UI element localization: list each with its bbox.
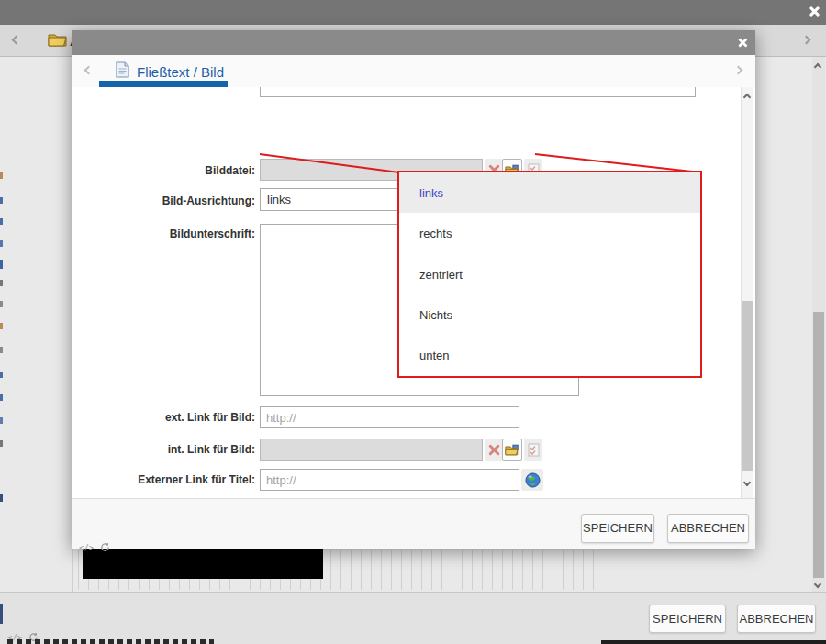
checklist-icon: [524, 439, 542, 461]
externer-link-titel-input[interactable]: [260, 469, 519, 491]
bildunterschrift-label: Bildunterschrift:: [72, 228, 255, 240]
modal-scrollbar-thumb[interactable]: [742, 301, 753, 471]
modal-footer: SPEICHERN ABBRECHEN </>: [72, 498, 755, 549]
remove-x-icon[interactable]: [485, 439, 503, 461]
chevron-up-icon[interactable]: [743, 94, 751, 101]
cancel-button[interactable]: ABBRECHEN: [667, 514, 749, 543]
bild-ausrichtung-label: Bild-Ausrichtung:: [72, 194, 255, 207]
option-zentriert[interactable]: zentriert: [399, 254, 700, 294]
screen: A SPEICHERN ABBRECHEN </>: [0, 0, 826, 644]
modal-scrollbar[interactable]: [741, 87, 753, 498]
active-tab-underline: [99, 81, 228, 87]
ext-link-bild-label: ext. Link für Bild:: [72, 411, 255, 424]
chevron-left-icon[interactable]: [84, 66, 94, 75]
outer-dialog-footer: SPEICHERN ABBRECHEN </>: [0, 592, 826, 644]
outer-scrollbar[interactable]: [812, 57, 825, 592]
int-link-bild-label: int. Link für Bild:: [72, 443, 255, 456]
bilddatei-label: Bilddatei:: [72, 164, 255, 177]
redacted-block: [83, 548, 323, 579]
save-button[interactable]: SPEICHERN: [649, 605, 726, 633]
open-folder-icon[interactable]: [502, 439, 522, 461]
page-icon: [116, 61, 129, 82]
close-icon[interactable]: [737, 38, 748, 49]
cancel-button[interactable]: ABBRECHEN: [737, 605, 816, 633]
dropdown-options-callout: links rechts zentriert Nichts unten: [397, 171, 702, 378]
tab-label: Fließtext / Bild: [137, 64, 224, 80]
tab-fliesstext-bild[interactable]: Fließtext / Bild: [116, 61, 224, 82]
option-rechts[interactable]: rechts: [399, 213, 700, 253]
externer-link-titel-label: Externer Link für Titel:: [72, 473, 255, 486]
bild-ausrichtung-value: links: [267, 193, 291, 206]
close-icon[interactable]: [808, 6, 820, 17]
chevron-left-icon[interactable]: [12, 36, 21, 45]
clipped-text-fragment: [7, 639, 214, 644]
folder-icon: [48, 32, 67, 51]
chevron-right-icon[interactable]: [802, 36, 811, 45]
outer-dialog-titlebar: [0, 0, 826, 25]
modal-titlebar: [72, 30, 755, 55]
globe-icon[interactable]: [521, 469, 543, 491]
save-button[interactable]: SPEICHERN: [581, 514, 654, 543]
int-link-bild-field: [260, 439, 483, 461]
ext-link-bild-input[interactable]: [260, 406, 519, 428]
code-icon[interactable]: </>: [79, 543, 94, 552]
chevron-down-icon[interactable]: [743, 479, 751, 486]
chevron-up-icon[interactable]: [814, 63, 821, 71]
outer-scrollbar-thumb[interactable]: [813, 312, 824, 578]
chevron-down-icon[interactable]: [814, 581, 821, 588]
option-links[interactable]: links: [399, 172, 700, 213]
clipped-dark-band: [601, 640, 826, 644]
refresh-icon[interactable]: [100, 539, 110, 556]
clipped-field-above[interactable]: [260, 87, 696, 97]
option-nichts[interactable]: Nichts: [399, 294, 700, 335]
chevron-right-icon[interactable]: [734, 66, 743, 75]
option-unten[interactable]: unten: [399, 336, 700, 376]
